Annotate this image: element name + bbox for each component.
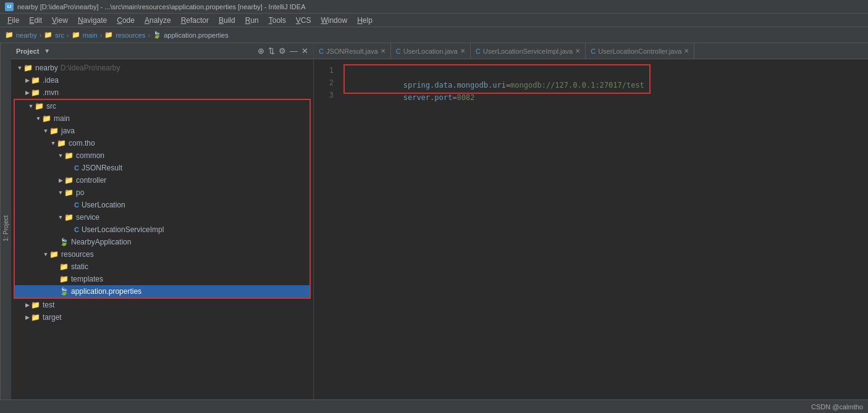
nav-nearby-icon: 📁	[5, 31, 14, 39]
tab-close-userlocation[interactable]: ✕	[460, 48, 465, 54]
tree-label-service: service	[76, 213, 99, 222]
tab-serviceimpl[interactable]: C UserLocationServiceImpl.java ✕	[471, 43, 586, 59]
tree-src[interactable]: ▼ 📁 src	[15, 100, 310, 112]
prop-val-1: mongodb://127.0.0.1:27017/test	[510, 81, 644, 90]
tab-close-controller[interactable]: ✕	[684, 48, 689, 54]
settings-icon[interactable]: ⚙	[279, 46, 286, 56]
menu-bar: File Edit View Navigate Code Analyze Ref…	[0, 14, 868, 27]
menu-file[interactable]: File	[2, 15, 24, 26]
tree-controller[interactable]: ▶ 📁 controller	[15, 174, 310, 186]
tab-controller[interactable]: C UserLocationController.java ✕	[586, 43, 694, 59]
tree-idea[interactable]: ▶ 📁 .idea	[11, 74, 313, 86]
tree-test[interactable]: ▶ 📁 test	[11, 299, 313, 311]
folder-static-icon: 📁	[59, 262, 69, 271]
tree-label-jsonresult: JSONResult	[82, 164, 122, 172]
status-right-text: CSDN @calmtho	[811, 403, 863, 411]
tree-label-nearby: nearby	[35, 64, 58, 72]
nav-main-icon: 📁	[72, 31, 80, 39]
code-line-3	[343, 116, 861, 128]
code-line-1: spring.data.mongodb.uri=mongodb://127.0.…	[350, 67, 644, 79]
arrow-nearby: ▼	[16, 65, 23, 71]
prop-key-1: spring.data.mongodb.uri	[403, 81, 506, 90]
arrow-idea: ▶	[23, 77, 31, 83]
tree-main[interactable]: ▼ 📁 main	[15, 112, 310, 125]
window-title: nearby [D:\ideaPro\nearby] - ...\src\mai…	[17, 3, 306, 10]
tree-root-nearby[interactable]: ▼ 📁 nearby D:\ideaPro\nearby	[11, 62, 313, 74]
project-tree[interactable]: ▼ 📁 nearby D:\ideaPro\nearby ▶ 📁 .idea ▶…	[11, 59, 313, 413]
tree-appprops[interactable]: 🍃 application.properties	[15, 285, 310, 298]
close-panel-icon[interactable]: —	[290, 46, 298, 56]
arrow-controller: ▶	[57, 177, 64, 183]
menu-help[interactable]: Help	[352, 15, 377, 26]
panel-icons: ⊕ ⇅ ⚙ — ✕	[258, 46, 308, 56]
nav-file-icon: 🍃	[153, 31, 161, 39]
breadcrumb-bar: 📁 nearby › 📁 src › 📁 main › 📁 resources …	[0, 27, 868, 43]
tree-common[interactable]: ▼ 📁 common	[15, 149, 310, 162]
tree-label-po: po	[76, 188, 84, 197]
tab-close-serviceimpl[interactable]: ✕	[575, 48, 580, 54]
menu-build[interactable]: Build	[214, 15, 240, 26]
tree-userlocation[interactable]: C UserLocation	[15, 199, 310, 211]
code-content[interactable]: spring.data.mongodb.uri=mongodb://127.0.…	[336, 59, 868, 413]
tree-java[interactable]: ▼ 📁 java	[15, 125, 310, 137]
tree-jsonresult[interactable]: C JSONResult	[15, 162, 310, 174]
panel-header: Project ▼ ⊕ ⇅ ⚙ — ✕	[11, 43, 313, 59]
spring-nearbyapp-icon: 🍃	[59, 238, 69, 246]
tree-label-static: static	[71, 262, 88, 271]
nav-nearby[interactable]: nearby	[16, 31, 37, 39]
locate-icon[interactable]: ⊕	[258, 46, 264, 56]
tab-jsonresult[interactable]: C JSONResult.java ✕	[314, 43, 391, 59]
tree-static[interactable]: 📁 static	[15, 261, 310, 273]
menu-view[interactable]: View	[47, 15, 73, 26]
panel-dropdown-arrow[interactable]: ▼	[44, 48, 50, 54]
menu-refactor[interactable]: Refactor	[176, 15, 214, 26]
line-numbers: 1 2 3	[314, 59, 336, 413]
tab-icon-serviceimpl: C	[476, 48, 481, 55]
tab-close-jsonresult[interactable]: ✕	[381, 48, 386, 54]
class-serviceimpl-icon: C	[74, 226, 79, 233]
menu-vcs[interactable]: VCS	[291, 15, 316, 26]
menu-tools[interactable]: Tools	[264, 15, 291, 26]
arrow-target: ▶	[23, 314, 31, 320]
nav-resources-icon: 📁	[104, 31, 113, 39]
tree-templates[interactable]: 📁 templates	[15, 273, 310, 285]
tree-resources[interactable]: ▼ 📁 resources	[15, 248, 310, 261]
tree-po[interactable]: ▼ 📁 po	[15, 186, 310, 199]
tree-mvn[interactable]: ▶ 📁 .mvn	[11, 86, 313, 99]
tab-label-serviceimpl: UserLocationServiceImpl.java	[483, 48, 573, 55]
tree-label-java: java	[61, 127, 75, 135]
tree-userlocationserviceimpl[interactable]: C UserLocationServiceImpl	[15, 223, 310, 236]
tree-label-nearbyapp: NearbyApplication	[71, 238, 131, 246]
menu-analyze[interactable]: Analyze	[140, 15, 176, 26]
nav-appprops[interactable]: application.properties	[164, 31, 229, 39]
arrow-resources: ▼	[42, 251, 49, 257]
folder-resources-icon: 📁	[49, 250, 59, 259]
tree-label-common: common	[76, 151, 104, 160]
main-layout: 1: Project Project ▼ ⊕ ⇅ ⚙ — ✕ ▼ 📁 nearb…	[0, 43, 868, 413]
app-icon: IJ	[5, 2, 14, 11]
arrow-java: ▼	[42, 128, 49, 134]
menu-edit[interactable]: Edit	[24, 15, 47, 26]
tree-nearbyapp[interactable]: 🍃 NearbyApplication	[15, 236, 310, 248]
collapse-icon[interactable]: ⇅	[268, 46, 275, 56]
nav-src[interactable]: src	[55, 31, 64, 39]
nav-main[interactable]: main	[83, 31, 98, 39]
project-panel: Project ▼ ⊕ ⇅ ⚙ — ✕ ▼ 📁 nearby D:\ideaPr…	[11, 43, 314, 413]
arrow-test: ▶	[23, 302, 31, 308]
menu-window[interactable]: Window	[316, 15, 352, 26]
tree-comtho[interactable]: ▼ 📁 com.tho	[15, 137, 310, 149]
folder-mvn-icon: 📁	[31, 88, 40, 97]
tab-userlocation[interactable]: C UserLocation.java ✕	[391, 43, 471, 59]
menu-code[interactable]: Code	[112, 15, 140, 26]
tree-label-resources: resources	[61, 250, 94, 259]
tree-label-main: main	[54, 114, 70, 123]
menu-navigate[interactable]: Navigate	[73, 15, 112, 26]
menu-run[interactable]: Run	[240, 15, 264, 26]
nav-resources[interactable]: resources	[116, 31, 145, 39]
tree-target[interactable]: ▶ 📁 target	[11, 311, 313, 323]
tree-service[interactable]: ▼ 📁 service	[15, 211, 310, 223]
folder-templates-icon: 📁	[59, 275, 69, 283]
code-editor[interactable]: 1 2 3 spring.data.mongodb.uri=mongodb://…	[314, 59, 868, 413]
panel-vertical-label: 1: Project	[0, 43, 11, 413]
hide-panel-icon[interactable]: ✕	[301, 46, 308, 56]
